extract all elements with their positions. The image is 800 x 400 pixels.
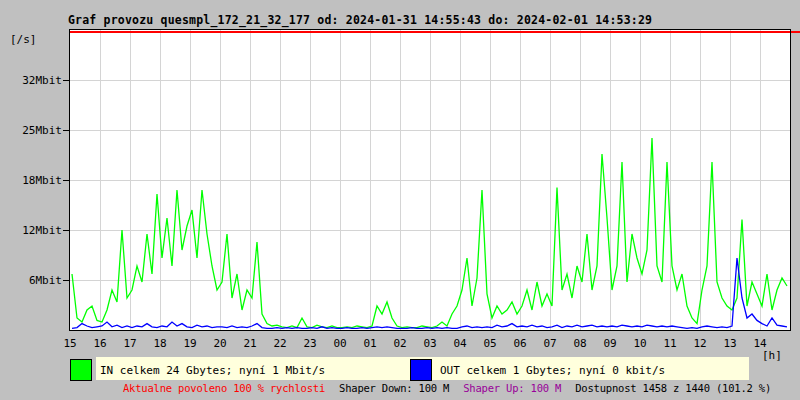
x-tick-label: 19 [179,337,201,350]
x-tick-label: 20 [209,337,231,350]
status-availability: Dostupnost 1458 z 1440 (101.2 %) [575,382,771,394]
x-tick-label: 23 [299,337,321,350]
status-shaper-down: Shaper Down: 100 M [339,382,449,394]
legend-out-swatch [410,359,432,381]
traffic-graph-window: Graf provozu quesmpl_172_21_32_177 od: 2… [0,0,800,400]
y-axis-unit-label: [/s] [10,33,37,46]
x-tick-label: 13 [719,337,741,350]
legend-in-swatch [70,359,92,381]
status-allowed-speed: Aktualne povoleno 100 % rychlosti [123,382,325,394]
y-tick-label: 32Mbit [8,74,62,87]
y-tick-label: 18Mbit [8,174,62,187]
x-axis-unit-label: [h] [762,349,782,362]
x-tick-label: 09 [599,337,621,350]
status-shaper-up: Shaper Up: 100 M [463,382,561,394]
x-tick-label: 11 [659,337,681,350]
x-tick-label: 21 [239,337,261,350]
x-tick-label: 04 [449,337,471,350]
legend-out-label: OUT celkem 1 Gbytes; nyní 0 kbit/s [440,364,665,377]
series-in [72,138,787,328]
limit-line-extension [791,31,800,33]
x-tick-label: 05 [479,337,501,350]
x-tick-label: 18 [149,337,171,350]
x-tick-label: 03 [419,337,441,350]
legend-in-label: IN celkem 24 Gbytes; nyní 1 Mbit/s [100,364,325,377]
status-bar: Aktualne povoleno 100 % rychlosti Shaper… [123,382,798,394]
page-title: Graf provozu quesmpl_172_21_32_177 od: 2… [68,13,652,27]
x-tick-label: 15 [59,337,81,350]
x-tick-label: 00 [329,337,351,350]
y-tick-label: 12Mbit [8,224,62,237]
x-tick-label: 01 [359,337,381,350]
x-tick-label: 12 [689,337,711,350]
x-tick-label: 16 [89,337,111,350]
x-tick-label: 17 [119,337,141,350]
x-tick-label: 02 [389,337,411,350]
y-tick-label: 6Mbit [8,274,62,287]
series-out [72,258,787,328]
x-tick-label: 07 [539,337,561,350]
x-tick-label: 22 [269,337,291,350]
x-tick-label: 08 [569,337,591,350]
y-tick-label: 25Mbit [8,124,62,137]
x-tick-label: 10 [629,337,651,350]
x-tick-label: 06 [509,337,531,350]
traffic-chart-plot-area [69,29,791,331]
